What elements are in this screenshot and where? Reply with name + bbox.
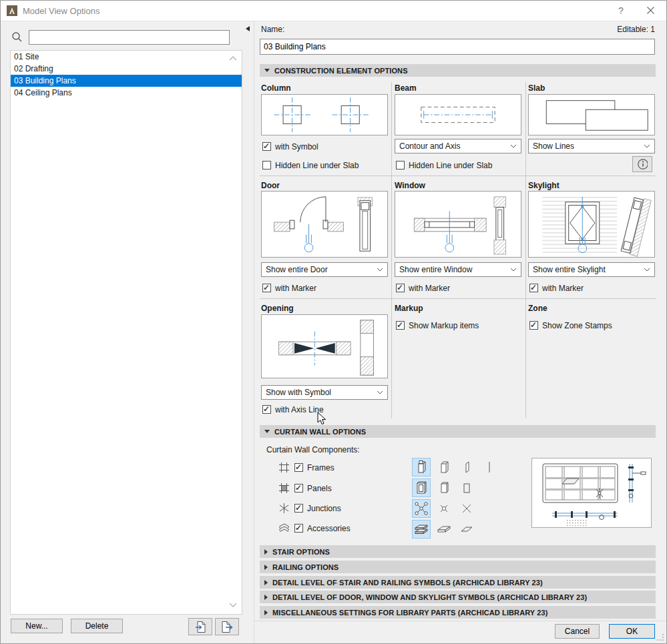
opening-display-select[interactable]: Show with Symbol — [261, 385, 388, 400]
section-collapsed-icon — [264, 595, 268, 600]
zone-title: Zone — [528, 304, 547, 313]
accessories-checkbox[interactable] — [294, 524, 303, 533]
frames-option-simple[interactable] — [435, 458, 453, 476]
grid-divider — [260, 298, 656, 299]
collapse-panel-icon[interactable] — [246, 26, 250, 31]
with-symbol-checkrow: with Symbol — [262, 141, 318, 151]
skylight-display-select[interactable]: Show entire Skylight — [528, 262, 655, 277]
curtain-wall-preview — [531, 458, 652, 528]
markup-items-label: Show Markup items — [409, 321, 479, 330]
section-title: CURTAIN WALL OPTIONS — [274, 428, 366, 436]
frames-option-slim[interactable] — [457, 458, 476, 476]
window-title: Window — [395, 181, 425, 190]
frames-checkbox[interactable] — [294, 463, 303, 472]
frames-label: Frames — [307, 463, 335, 472]
slab-info-button[interactable] — [632, 156, 652, 172]
chevron-down-icon — [377, 268, 383, 272]
import-icon — [194, 621, 207, 633]
door-marker-checkbox[interactable] — [262, 284, 271, 292]
editable-count: Editable: 1 — [521, 25, 655, 34]
chevron-down-icon — [510, 144, 517, 148]
ok-button[interactable]: OK — [609, 624, 655, 639]
section-title: DETAIL LEVEL OF STAIR AND RAILING SYMBOL… — [272, 579, 543, 587]
window-marker-checkbox[interactable] — [396, 284, 405, 292]
section-stair-options[interactable]: STAIR OPTIONS — [260, 545, 656, 558]
opening-axis-checkbox[interactable] — [262, 405, 271, 414]
slab-display-select[interactable]: Show Lines — [528, 139, 655, 153]
view-options-list[interactable]: 01 Site 02 Drafting 03 Building Plans 04… — [10, 50, 242, 615]
grid-divider — [391, 82, 392, 418]
title-bar: Model View Options ? — [1, 1, 666, 21]
skylight-preview — [528, 191, 655, 258]
section-misc-library-parts[interactable]: MISCELLANEOUS SETTINGS FOR LIBRARY PARTS… — [260, 606, 656, 619]
markup-title: Markup — [395, 304, 423, 313]
markup-items-checkbox[interactable] — [396, 321, 405, 330]
skylight-marker-checkbox[interactable] — [529, 284, 538, 292]
panels-checkbox[interactable] — [294, 484, 303, 493]
junctions-checkbox[interactable] — [294, 504, 303, 513]
column-hidden-line-label: Hidden Line under Slab — [275, 161, 359, 170]
accessories-option-detailed[interactable] — [412, 520, 431, 539]
zone-stamps-checkbox[interactable] — [529, 321, 538, 330]
accessories-option-simple[interactable] — [435, 520, 453, 539]
section-expanded-icon — [264, 69, 270, 72]
name-label: Name: — [261, 25, 284, 34]
chevron-down-icon — [377, 390, 383, 394]
close-button[interactable] — [637, 1, 664, 20]
column-hidden-line-checkbox[interactable] — [262, 161, 271, 170]
curtain-components-label: Curtain Wall Components: — [266, 445, 360, 454]
panels-option-simple[interactable] — [435, 478, 453, 497]
new-button[interactable]: New... — [11, 619, 63, 633]
grid-divider — [260, 176, 656, 176]
accessories-option-outline[interactable] — [457, 520, 476, 539]
window-marker-checkrow: with Marker — [396, 283, 450, 293]
junctions-option-simple[interactable] — [435, 499, 453, 518]
panels-label: Panels — [307, 484, 332, 493]
panels-option-detailed[interactable] — [412, 478, 431, 497]
list-item[interactable]: 01 Site — [11, 51, 242, 63]
help-button[interactable]: ? — [608, 1, 634, 20]
scroll-down-icon[interactable] — [229, 600, 237, 609]
section-detail-stair-railing[interactable]: DETAIL LEVEL OF STAIR AND RAILING SYMBOL… — [260, 576, 656, 589]
with-symbol-checkbox[interactable] — [262, 142, 271, 151]
search-input[interactable] — [29, 30, 230, 45]
name-input[interactable] — [260, 39, 655, 55]
junctions-option-plain[interactable] — [457, 499, 476, 518]
section-construction-element-options[interactable]: CONSTRUCTION ELEMENT OPTIONS — [260, 64, 656, 77]
slab-display-value: Show Lines — [533, 141, 574, 151]
door-display-select[interactable]: Show entire Door — [261, 262, 388, 277]
window-display-select[interactable]: Show entire Window — [395, 262, 521, 277]
beam-display-select[interactable]: Contour and Axis — [395, 139, 521, 153]
panel-divider — [254, 21, 254, 644]
model-view-options-dialog: Model View Options ? 01 Site 02 Drafting… — [0, 0, 667, 644]
door-display-value: Show entire Door — [266, 265, 328, 274]
list-item-selected[interactable]: 03 Building Plans — [11, 75, 242, 87]
accessories-checkrow: Accessories — [294, 523, 351, 533]
door-preview — [261, 191, 388, 258]
section-railing-options[interactable]: RAILING OPTIONS — [260, 561, 656, 573]
import-button[interactable] — [188, 618, 212, 635]
frames-option-line[interactable] — [480, 458, 499, 476]
beam-hidden-line-checkbox[interactable] — [396, 161, 405, 170]
list-item[interactable]: 02 Drafting — [11, 63, 242, 75]
zone-stamps-label: Show Zone Stamps — [542, 321, 612, 330]
scroll-up-icon[interactable] — [229, 53, 237, 63]
close-icon — [647, 7, 654, 14]
cancel-button[interactable]: Cancel — [555, 624, 600, 639]
section-collapsed-icon — [264, 610, 268, 615]
section-detail-door-window-skylight[interactable]: DETAIL LEVEL OF DOOR, WINDOW AND SKYLIGH… — [260, 591, 656, 603]
skylight-title: Skylight — [528, 181, 560, 190]
opening-preview — [261, 314, 388, 378]
export-button[interactable] — [215, 618, 239, 635]
opening-axis-label: with Axis Line — [275, 405, 324, 414]
junctions-icon — [278, 503, 290, 516]
frames-option-detailed[interactable] — [412, 458, 431, 476]
section-title: RAILING OPTIONS — [272, 563, 339, 571]
junctions-option-detailed[interactable] — [412, 499, 431, 518]
list-item[interactable]: 04 Ceiling Plans — [11, 87, 242, 99]
resize-grip[interactable] — [657, 634, 665, 644]
delete-button[interactable]: Delete — [71, 619, 123, 633]
beam-hidden-line-label: Hidden Line under Slab — [409, 161, 492, 170]
junctions-checkrow: Junctions — [294, 503, 341, 513]
panels-option-outline[interactable] — [457, 478, 476, 497]
